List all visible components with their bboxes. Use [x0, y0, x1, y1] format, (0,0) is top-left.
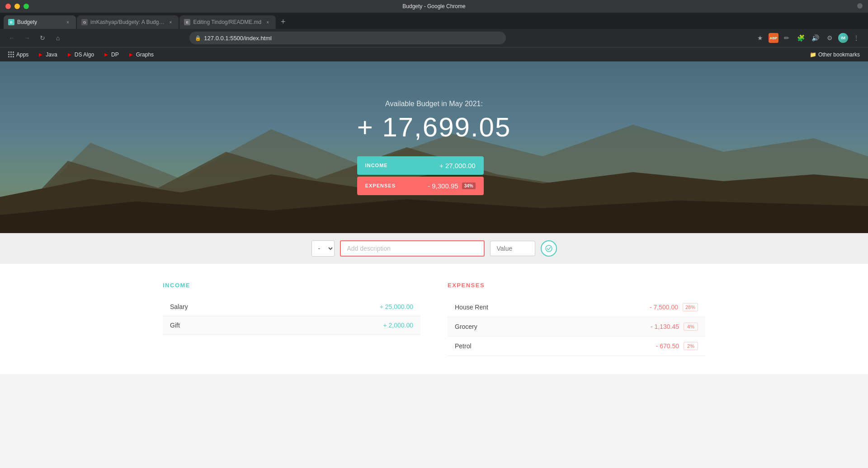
income-item-salary-value: + 25,000.00	[380, 303, 413, 310]
add-button[interactable]	[541, 240, 557, 257]
title-bar: Budgety - Google Chrome	[0, 0, 868, 13]
bookmark-apps-label: Apps	[16, 51, 28, 58]
back-button[interactable]: ←	[5, 32, 18, 44]
expense-item-grocery-pct: 4%	[684, 323, 698, 331]
folder-icon: 📁	[810, 51, 816, 58]
toolbar-icons: ★ ABP ✏ 🧩 🔊 ⚙ IM ⋮	[754, 32, 863, 44]
youtube-icon-ds-algo: ▶	[66, 51, 73, 58]
income-item-salary-name: Salary	[170, 303, 188, 310]
value-input[interactable]	[490, 241, 535, 256]
apps-icon	[8, 51, 14, 58]
expense-item-house-rent: House Rent - 7,500.00 28%	[448, 298, 705, 317]
minimize-button[interactable]	[14, 4, 20, 9]
menu-icon[interactable]: ⋮	[850, 32, 863, 44]
close-button[interactable]	[5, 4, 11, 9]
tab-favicon-imkashyap: G	[81, 19, 88, 25]
tab-label-imkashyap: imKashyap/Budgety: A Budg…	[90, 19, 164, 25]
income-card-label: INCOME	[365, 163, 388, 168]
expense-item-house-rent-pct: 28%	[683, 303, 698, 311]
expense-item-house-rent-value: - 7,500.00	[650, 304, 678, 311]
tab-favicon-tindog: E	[184, 19, 190, 25]
youtube-icon-java: ▶	[38, 51, 44, 58]
svg-marker-4	[0, 199, 868, 233]
edit-icon[interactable]: ✏	[780, 32, 793, 44]
new-tab-button[interactable]: +	[277, 15, 289, 28]
tab-close-tindog[interactable]: ×	[264, 19, 271, 26]
bookmark-java[interactable]: ▶ Java	[34, 50, 61, 60]
settings-icon[interactable]: ⚙	[824, 32, 836, 44]
other-bookmarks[interactable]: 📁 Other bookmarks	[806, 50, 863, 60]
expense-item-house-rent-right: - 7,500.00 28%	[650, 303, 698, 311]
tab-tindog[interactable]: E Editing Tindog/README.md ×	[179, 15, 276, 29]
income-item-gift: Gift + 2,000.00	[163, 316, 420, 335]
bookmark-graphs[interactable]: ▶ Graphs	[124, 50, 157, 60]
lock-icon: 🔒	[195, 35, 201, 41]
expense-item-grocery-value: - 1,130.45	[651, 323, 679, 330]
expenses-card-pct: 34%	[462, 183, 476, 189]
expenses-card-label: EXPENSES	[365, 183, 396, 188]
expenses-card-right: - 9,300.95 34%	[428, 182, 476, 190]
audio-icon[interactable]: 🔊	[809, 32, 822, 44]
lists-section: INCOME Salary + 25,000.00 Gift + 2,000.0…	[0, 264, 868, 374]
summary-cards: INCOME + 27,000.00 EXPENSES - 9,300.95 3…	[357, 156, 484, 195]
expenses-card-value: - 9,300.95	[428, 182, 458, 190]
bookmark-dp[interactable]: ▶ DP	[99, 50, 123, 60]
expense-item-petrol-value: - 670.50	[656, 342, 679, 350]
tab-bar: B Budgety × G imKashyap/Budgety: A Budg……	[0, 13, 868, 29]
window-title: Budgety - Google Chrome	[402, 3, 465, 9]
extensions-icon[interactable]: 🧩	[795, 32, 807, 44]
forward-button[interactable]: →	[21, 32, 33, 44]
address-bar: ← → ↻ ⌂ 🔒 127.0.0.1:5500/index.html ★ AB…	[0, 29, 868, 47]
hero-content: Available Budget in May 2021: + 17,699.0…	[357, 100, 511, 195]
expenses-list-title: EXPENSES	[448, 282, 705, 289]
window-controls	[5, 4, 29, 9]
url-text: 127.0.0.1:5500/index.html	[204, 35, 272, 42]
maximize-button[interactable]	[24, 4, 29, 9]
hero-amount: + 17,699.05	[357, 112, 511, 143]
chrome-window: Budgety - Google Chrome B Budgety × G im…	[0, 0, 868, 468]
cast-button[interactable]	[857, 3, 863, 9]
income-item-gift-value: + 2,000.00	[383, 322, 413, 329]
bookmark-graphs-label: Graphs	[136, 51, 154, 58]
expense-item-grocery-name: Grocery	[455, 323, 477, 330]
expenses-list: EXPENSES House Rent - 7,500.00 28% Groce…	[448, 282, 705, 356]
income-card-value: + 27,000.00	[439, 162, 476, 169]
adblock-icon[interactable]: ABP	[769, 33, 778, 43]
bookmarks-bar: Apps ▶ Java ▶ DS Algo ▶ DP ▶ Graphs 📁 Ot…	[0, 47, 868, 61]
tab-favicon-budgety: B	[8, 19, 14, 25]
description-input[interactable]	[340, 240, 485, 257]
window-controls-right	[857, 2, 863, 10]
avatar[interactable]: IM	[838, 33, 848, 43]
svg-point-5	[546, 245, 552, 252]
url-bar[interactable]: 🔒 127.0.0.1:5500/index.html	[189, 32, 506, 44]
tab-close-imkashyap[interactable]: ×	[167, 19, 174, 26]
other-bookmarks-label: Other bookmarks	[818, 51, 860, 58]
expense-item-petrol-pct: 2%	[684, 342, 698, 350]
expense-item-petrol-name: Petrol	[455, 342, 472, 350]
tab-budgety[interactable]: B Budgety ×	[4, 15, 76, 29]
tab-label-budgety: Budgety	[17, 19, 61, 25]
page-content: Available Budget in May 2021: + 17,699.0…	[0, 61, 868, 468]
expense-item-petrol: Petrol - 670.50 2%	[448, 337, 705, 356]
tab-imkashyap[interactable]: G imKashyap/Budgety: A Budg… ×	[77, 15, 179, 29]
income-item-salary-right: + 25,000.00	[380, 303, 413, 310]
home-button[interactable]: ⌂	[52, 32, 64, 44]
expense-item-petrol-right: - 670.50 2%	[656, 342, 698, 350]
bookmark-apps[interactable]: Apps	[5, 50, 32, 60]
reload-button[interactable]: ↻	[36, 32, 49, 44]
income-item-salary: Salary + 25,000.00	[163, 298, 420, 316]
youtube-icon-graphs: ▶	[128, 51, 134, 58]
hero-label: Available Budget in May 2021:	[357, 100, 511, 108]
expense-item-house-rent-name: House Rent	[455, 304, 488, 311]
input-section: - +	[0, 233, 868, 264]
income-summary-card: INCOME + 27,000.00	[357, 156, 484, 175]
expense-item-grocery: Grocery - 1,130.45 4%	[448, 317, 705, 337]
bookmark-star-icon[interactable]: ★	[754, 32, 767, 44]
tab-close-budgety[interactable]: ×	[64, 19, 71, 26]
tab-label-tindog: Editing Tindog/README.md	[193, 19, 261, 25]
type-select[interactable]: - +	[311, 240, 335, 257]
income-item-gift-right: + 2,000.00	[383, 322, 413, 329]
income-item-gift-name: Gift	[170, 322, 180, 329]
income-list-title: INCOME	[163, 282, 420, 289]
bookmark-ds-algo[interactable]: ▶ DS Algo	[63, 50, 98, 60]
